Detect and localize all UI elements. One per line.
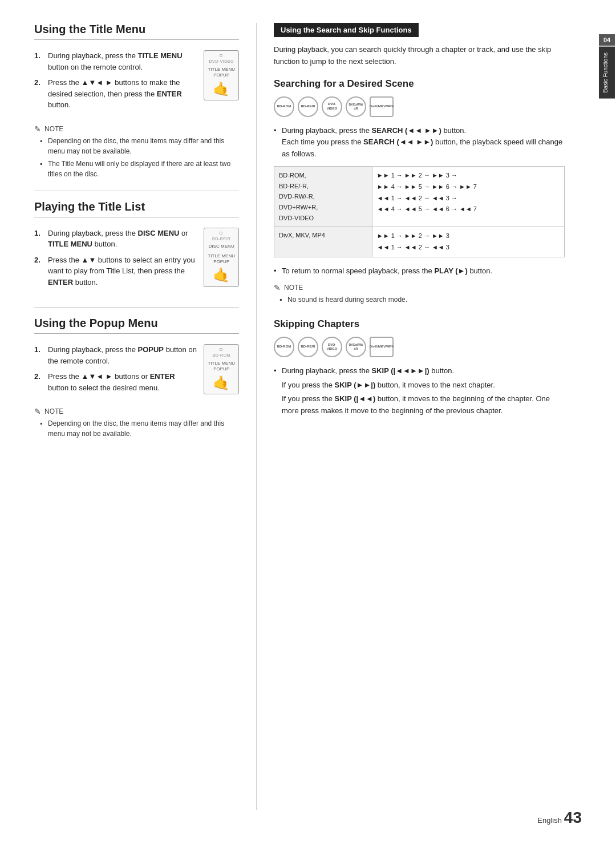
note-list-1: Depending on the disc, the menu items ma… xyxy=(34,136,239,179)
bdrer-label: ⊙BD-RE/R xyxy=(208,231,235,243)
pm-step-2: 2. Press the ▲▼◄ ► buttons or ENTER butt… xyxy=(34,371,197,393)
footer-page: 43 xyxy=(564,809,582,826)
search-bullet-1-cont: Each time you press the SEARCH (◄◄ ►►) b… xyxy=(274,136,565,160)
side-tab: 04 Basic Functions xyxy=(598,34,616,99)
bdrom-label: ⊙BD-ROM xyxy=(208,347,235,359)
step-text-1: During playback, press the TITLE MENU bu… xyxy=(48,50,197,72)
popup-menu-content: ⊙BD-ROM TITLE MENU POPUP 🤙 1. During pla… xyxy=(34,344,239,401)
tl-step-2: 2. Press the ▲▼ buttons to select an ent… xyxy=(34,255,197,288)
step-2: 2. Press the ▲▼◄ ► buttons to make the d… xyxy=(34,77,197,111)
searching-heading: Searching for a Desired Scene xyxy=(274,78,565,90)
pm-step-num-1: 1. xyxy=(34,344,44,366)
skip-disc-icon-bdrom: BD-ROM xyxy=(274,337,294,357)
skip-bullet-cont-1: If you press the SKIP (►►|) button, it m… xyxy=(282,379,565,391)
pm-step-num-2: 2. xyxy=(34,371,44,393)
remote-box-2: ⊙BD-RE/R DISC MENU TITLE MENUPOPUP 🤙 xyxy=(204,228,239,287)
remote-box-3: ⊙BD-ROM TITLE MENU POPUP 🤙 xyxy=(204,344,239,394)
title-list-section: Playing the Title List ⊙BD-RE/R DISC MEN… xyxy=(34,200,239,296)
disc-icon-dvdvideo: DVD-VIDEO xyxy=(322,96,342,117)
search-bullet-1: During playback, press the SEARCH (◄◄ ►►… xyxy=(274,125,565,160)
hand-icon-2: 🤙 xyxy=(208,266,235,284)
search-note-item-1: No sound is heard during search mode. xyxy=(279,294,565,305)
skip-disc-icon-dvdrw: DVD±RW/±R xyxy=(346,337,366,357)
title-menu-label-3: TITLE MENU xyxy=(208,361,235,366)
note-text-2: NOTE xyxy=(44,407,63,415)
search-skip-header: Using the Search and Skip Functions xyxy=(274,23,419,37)
search-bullet-2-list: To return to normal speed playback, pres… xyxy=(274,265,565,277)
title-menu-content: ⊙DVD-VIDEO TITLE MENU POPUP 🤙 1. During … xyxy=(34,50,239,119)
tl-step-num-2: 2. xyxy=(34,255,44,288)
note-list-2: Depending on the disc, the menu items ma… xyxy=(34,418,239,439)
search-bullet-2: To return to normal speed playback, pres… xyxy=(274,265,565,277)
disc-menu-label: DISC MENU xyxy=(208,244,235,249)
title-menu-note: ✎ NOTE Depending on the disc, the menu i… xyxy=(34,124,239,179)
divider-1 xyxy=(34,191,239,191)
skip-bullet-1: During playback, press the SKIP (|◄◄►►|)… xyxy=(274,365,565,417)
remote-image-1: ⊙DVD-VIDEO TITLE MENU POPUP 🤙 xyxy=(204,50,239,100)
search-note-icon: ✎ xyxy=(274,283,281,292)
note-item-pm-1: Depending on the disc, the menu items ma… xyxy=(40,418,239,439)
title-menu-label-2: TITLE MENUPOPUP xyxy=(208,253,235,265)
title-list-content: ⊙BD-RE/R DISC MENU TITLE MENUPOPUP 🤙 1. … xyxy=(34,228,239,296)
step-text-2: Press the ▲▼◄ ► buttons to make the desi… xyxy=(48,77,197,111)
popup-note: ✎ NOTE Depending on the disc, the menu i… xyxy=(34,407,239,439)
search-skip-desc: During playback, you can search quickly … xyxy=(274,44,565,68)
search-bullets: During playback, press the SEARCH (◄◄ ►►… xyxy=(274,125,565,160)
hand-icon-1: 🤙 xyxy=(208,80,235,98)
footer-lang: English xyxy=(537,816,562,825)
search-note-text: NOTE xyxy=(284,284,303,292)
tl-step-text-2: Press the ▲▼ buttons to select an entry … xyxy=(48,255,197,288)
right-column: Using the Search and Skip Functions Duri… xyxy=(257,23,565,810)
note-item-2: The Title Menu will only be displayed if… xyxy=(40,159,239,179)
popup-menu-section: Using the Popup Menu ⊙BD-ROM TITLE MENU … xyxy=(34,317,239,439)
search-note-list: No sound is heard during search mode. xyxy=(274,294,565,305)
popup-label-3: POPUP xyxy=(208,366,235,372)
disc-icon-dvdrw: DVD±RW/±R xyxy=(346,96,366,117)
title-menu-section: Using the Title Menu ⊙DVD-VIDEO TITLE ME… xyxy=(34,23,239,179)
skipping-heading: Skipping Chapters xyxy=(274,318,565,330)
skip-disc-icon-dvdvideo: DVD-VIDEO xyxy=(322,337,342,357)
tl-step-text-1: During playback, press the DISC MENU or … xyxy=(48,228,197,250)
step-1: 1. During playback, press the TITLE MENU… xyxy=(34,50,197,72)
table-row-1: BD-ROM,BD-RE/-R,DVD-RW/-R,DVD+RW/+R,DVD-… xyxy=(274,166,565,227)
disc-icon-bdrom: BD-ROM xyxy=(274,96,294,117)
chapter-label: Basic Functions xyxy=(599,47,615,99)
left-column: Using the Title Menu ⊙DVD-VIDEO TITLE ME… xyxy=(34,23,257,810)
chapter-number: 04 xyxy=(599,34,615,46)
searching-section: Searching for a Desired Scene BD-ROM BD-… xyxy=(274,78,565,305)
note-icon-1: ✎ xyxy=(34,124,41,134)
skip-disc-icons: BD-ROM BD-RE/R DVD-VIDEO DVD±RW/±R DivX/… xyxy=(274,337,565,357)
skip-bullet-cont-2: If you press the SKIP (|◄◄) button, it m… xyxy=(282,393,565,417)
remote-image-2: ⊙BD-RE/R DISC MENU TITLE MENUPOPUP 🤙 xyxy=(204,228,239,287)
note-label-2: ✎ NOTE xyxy=(34,407,239,416)
skip-bullets: During playback, press the SKIP (|◄◄►►|)… xyxy=(274,365,565,417)
search-disc-icons: BD-ROM BD-RE/R DVD-VIDEO DVD±RW/±R DivX/… xyxy=(274,96,565,117)
table-cell-speed-1: ►► 1 → ►► 2 → ►► 3 → ►► 4 → ►► 5 → ►► 6 … xyxy=(372,166,564,227)
table-cell-disc-2: DivX, MKV, MP4 xyxy=(274,227,372,257)
skip-disc-icon-divx: DivX/MKV/MP4 xyxy=(370,337,394,357)
disc-icon-divx: DivX/MKV/MP4 xyxy=(370,96,394,117)
page-container: 04 Basic Functions Using the Title Menu … xyxy=(0,0,616,844)
title-menu-label: TITLE MENU xyxy=(208,67,235,72)
dvd-video-label: ⊙DVD-VIDEO xyxy=(208,53,235,65)
hand-icon-3: 🤙 xyxy=(208,374,235,391)
remote-box-1: ⊙DVD-VIDEO TITLE MENU POPUP 🤙 xyxy=(204,50,239,100)
step-num-1: 1. xyxy=(34,50,44,72)
divider-2 xyxy=(34,307,239,308)
table-row-2: DivX, MKV, MP4 ►► 1 → ►► 2 → ►► 3 ◄◄ 1 →… xyxy=(274,227,565,257)
popup-menu-heading: Using the Popup Menu xyxy=(34,317,239,334)
remote-image-3: ⊙BD-ROM TITLE MENU POPUP 🤙 xyxy=(204,344,239,394)
tl-step-1: 1. During playback, press the DISC MENU … xyxy=(34,228,197,250)
pm-step-text-1: During playback, press the POPUP button … xyxy=(48,344,197,366)
page-footer: English 43 xyxy=(537,809,582,827)
search-speed-table: BD-ROM,BD-RE/-R,DVD-RW/-R,DVD+RW/+R,DVD-… xyxy=(274,166,565,257)
tl-step-num-1: 1. xyxy=(34,228,44,250)
note-icon-2: ✎ xyxy=(34,407,41,416)
table-cell-speed-2: ►► 1 → ►► 2 → ►► 3 ◄◄ 1 → ◄◄ 2 → ◄◄ 3 xyxy=(372,227,564,257)
table-cell-disc-1: BD-ROM,BD-RE/-R,DVD-RW/-R,DVD+RW/+R,DVD-… xyxy=(274,166,372,227)
pm-step-1: 1. During playback, press the POPUP butt… xyxy=(34,344,197,366)
note-text-1: NOTE xyxy=(44,125,63,133)
title-menu-heading: Using the Title Menu xyxy=(34,23,239,40)
skip-disc-icon-bdrer: BD-RE/R xyxy=(298,337,318,357)
search-note-label: ✎ NOTE xyxy=(274,283,565,292)
